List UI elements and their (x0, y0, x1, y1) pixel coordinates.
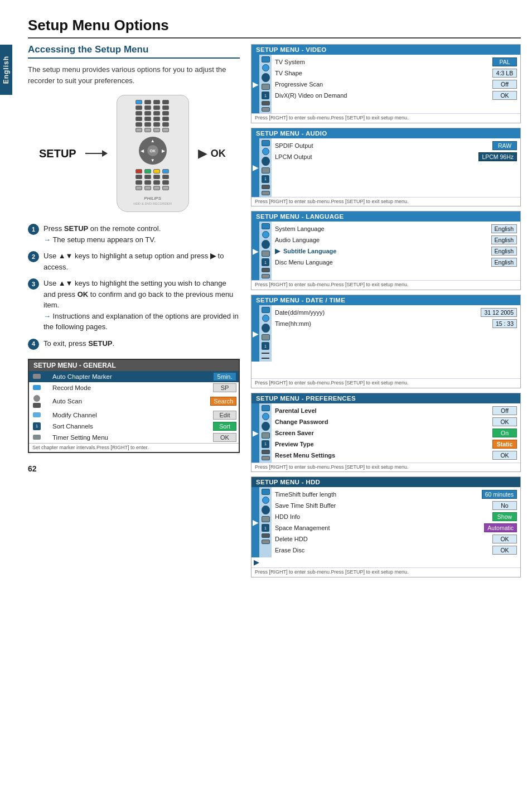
video-panel: SETUP MENU - VIDEO ▶ 1 TV Syste (251, 44, 521, 123)
video-row-tv-system: TV System PAL (274, 56, 518, 68)
video-rows: TV System PAL TV Shape 4:3 LB Progressiv… (272, 55, 520, 113)
step-3: 3 Use ▲▼ keys to highlight the setting y… (28, 278, 240, 333)
hdd-row-erase: Erase Disc OK (274, 545, 518, 556)
pref-panel-pointer: ▶ (252, 403, 259, 463)
video-panel-pointer: ▶ (252, 55, 259, 113)
right-panels: SETUP MENU - VIDEO ▶ 1 TV Syste (251, 44, 521, 577)
language-rows: System Language English Audio Language E… (272, 222, 520, 280)
datetime-panel: SETUP MENU - DATE / TIME ▶ 1 Da (251, 295, 521, 388)
dt-row-time: Time(hh:mm) 15 : 33 (274, 318, 518, 329)
audio-panel-header: SETUP MENU - AUDIO (252, 128, 520, 138)
pref-icons: 1 (259, 403, 272, 463)
pref-row-reset: Reset Menu Settings OK (274, 450, 518, 461)
step-2: 2 Use ▲▼ keys to highlight a setup optio… (28, 251, 240, 272)
hdd-panel-pointer: ▶ (252, 487, 259, 557)
video-panel-footer: Press [RIGHT] to enter sub-menu.Press [S… (252, 113, 520, 123)
pref-panel-footer: Press [RIGHT] to enter sub-menu.Press [S… (252, 463, 520, 472)
language-panel: SETUP MENU - LANGUAGE ▶ 1 Syste (251, 211, 521, 290)
pref-row-preview: Preview Type Static (274, 439, 518, 450)
lang-row-audio: Audio Language English (274, 234, 518, 246)
section-description: The setup menu provides various options … (28, 64, 240, 86)
hdd-row-timeshift: TimeShift buffer length 60 minutes (274, 489, 518, 500)
video-row-divx: DivX(R) Video on Demand OK (274, 90, 518, 101)
lang-row-disc-menu: Disc Menu Language English (274, 257, 518, 268)
preferences-panel: SETUP MENU - PREFERENCES ▶ 1 Pa (251, 393, 521, 473)
audio-panel: SETUP MENU - AUDIO ▶ 1 SPDIF Ou (251, 128, 521, 207)
datetime-rows: Date(dd/mm/yyyy) 31 12 2005 Time(hh:mm) … (272, 305, 520, 362)
audio-rows: SPDIF Output RAW LPCM Output LPCM 96Hz (272, 138, 520, 197)
english-tab-label: English (2, 56, 10, 84)
hdd-panel-header: SETUP MENU - HDD (252, 477, 520, 487)
general-row-sort-channels: 1 ◀ Sort Channels Sort (29, 421, 239, 432)
pref-rows: Parental Level Off Change Password OK Sc… (272, 403, 520, 463)
page-number: 62 (28, 464, 240, 473)
video-icons: 1 (259, 55, 272, 113)
datetime-panel-footer: Press [RIGHT] to enter sub-menu.Press [S… (252, 378, 520, 388)
datetime-panel-header: SETUP MENU - DATE / TIME (252, 295, 520, 305)
general-row-modify-channel: ◀ Modify Channel Edit (29, 410, 239, 421)
pref-row-parental: Parental Level Off (274, 405, 518, 416)
general-row-auto-chapter: ◀ Auto Chapter Marker 5min. (29, 371, 239, 382)
step-4: 4 To exit, press SETUP. (28, 338, 240, 350)
general-row-auto-scan: ◀ Auto Scan Search (29, 393, 239, 410)
video-panel-header: SETUP MENU - VIDEO (252, 45, 520, 55)
audio-panel-pointer: ▶ (252, 138, 259, 197)
datetime-icons: 1 (259, 305, 272, 362)
dt-row-date: Date(dd/mm/yyyy) 31 12 2005 (274, 307, 518, 318)
pref-panel-header: SETUP MENU - PREFERENCES (252, 393, 520, 403)
language-panel-header: SETUP MENU - LANGUAGE (252, 211, 520, 222)
hdd-bottom-pointer: ▶ (254, 559, 259, 566)
general-panel-footer: Set chapter marker intervals.Press [RIGH… (29, 443, 239, 452)
pref-row-screensaver: Screen Saver On (274, 427, 518, 439)
setup-label: SETUP (39, 147, 76, 160)
datetime-panel-pointer: ▶ (252, 305, 259, 362)
pref-row-password: Change Password OK (274, 416, 518, 427)
english-tab: English (0, 45, 12, 95)
language-icons: 1 (259, 222, 272, 280)
language-panel-pointer: ▶ (252, 222, 259, 280)
ok-button-remote: OK (147, 145, 158, 156)
hdd-row-delete: Delete HDD OK (274, 533, 518, 545)
audio-icons: 1 (259, 138, 272, 197)
general-panel-body: ◀ Auto Chapter Marker 5min. ◀ Record Mod… (29, 371, 239, 443)
hdd-panel: SETUP MENU - HDD ▶ 1 TimeShift (251, 476, 521, 577)
page-title: Setup Menu Options (28, 17, 521, 38)
general-row-record-mode: ◀ Record Mode SP (29, 382, 239, 393)
lang-row-subtitle: ▶ Subtitle Language English (274, 246, 518, 257)
audio-row-spdif: SPDIF Output RAW (274, 140, 518, 151)
hdd-row-hdd-info: HDD Info Show (274, 511, 518, 522)
audio-panel-footer: Press [RIGHT] to enter sub-menu.Press [S… (252, 197, 520, 206)
general-setup-panel: SETUP MENU - GENERAL ◀ Auto Chapter Mark… (28, 359, 240, 453)
steps-list: 1 Press SETUP on the remote control.→ Th… (28, 223, 240, 350)
general-row-timer: ◀ Timer Setting Menu OK (29, 432, 239, 443)
remote-control: OK ▲ ▼ ◀ ▶ PHILIPS HDD (117, 95, 189, 212)
step-1: 1 Press SETUP on the remote control.→ Th… (28, 223, 240, 245)
hdd-row-space-mgmt: Space Management Automatic (274, 522, 518, 533)
language-panel-footer: Press [RIGHT] to enter sub-menu.Press [S… (252, 280, 520, 290)
remote-illustration: SETUP (39, 95, 240, 212)
audio-row-lpcm: LPCM Output LPCM 96Hz (274, 151, 518, 162)
nav-ring: OK ▲ ▼ ◀ ▶ (139, 137, 167, 165)
hdd-icons: 1 (259, 487, 272, 557)
video-row-tv-shape: TV Shape 4:3 LB (274, 68, 518, 79)
hdd-row-save-timeshift: Save Time Shift Buffer No (274, 500, 518, 511)
ok-label: OK (211, 148, 226, 160)
hdd-panel-footer: Press [RIGHT] to enter sub-menu.Press [S… (252, 567, 520, 577)
section-heading: Accessing the Setup Menu (28, 44, 240, 59)
video-row-progressive-scan: Progressive Scan Off (274, 79, 518, 90)
general-panel-header: SETUP MENU - GENERAL (29, 360, 239, 371)
ok-label-area: ▶ OK (198, 146, 226, 161)
lang-row-system: System Language English (274, 223, 518, 234)
hdd-rows: TimeShift buffer length 60 minutes Save … (272, 487, 520, 557)
